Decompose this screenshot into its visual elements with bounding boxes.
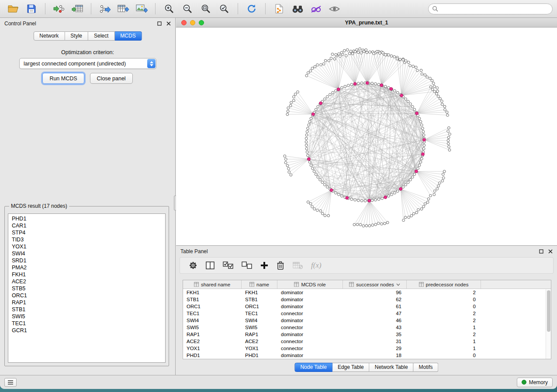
export-table-button[interactable] (114, 2, 132, 16)
mcds-result-item[interactable]: STP4 (8, 229, 165, 236)
network-node[interactable] (287, 107, 290, 110)
network-node[interactable] (307, 201, 309, 203)
network-node[interactable] (444, 108, 446, 111)
tab-motifs[interactable]: Motifs (414, 363, 439, 372)
zoom-fit-button[interactable] (197, 2, 214, 16)
network-node[interactable] (364, 199, 367, 202)
network-node[interactable] (415, 211, 418, 214)
network-node[interactable] (422, 127, 424, 130)
network-hub-node[interactable] (380, 84, 383, 87)
network-node[interactable] (441, 180, 444, 182)
network-canvas[interactable] (176, 28, 557, 245)
network-node[interactable] (350, 83, 353, 86)
network-node[interactable] (362, 225, 365, 227)
network-node[interactable] (396, 58, 398, 60)
float-panel-icon[interactable] (157, 21, 162, 26)
network-hub-node[interactable] (368, 199, 371, 202)
network-node[interactable] (368, 224, 371, 227)
network-hub-node[interactable] (415, 112, 419, 115)
network-node[interactable] (365, 224, 368, 227)
network-hub-node[interactable] (337, 88, 340, 91)
column-header-MCDS-role[interactable]: MCDS role (277, 280, 343, 289)
column-header-shared-name[interactable]: shared name (183, 280, 242, 289)
network-node[interactable] (326, 186, 329, 189)
network-node[interactable] (402, 219, 405, 222)
window-minimize-icon[interactable] (190, 20, 195, 25)
tab-node-table[interactable]: Node Table (294, 363, 332, 372)
network-svg[interactable] (176, 28, 557, 245)
network-node[interactable] (305, 134, 308, 136)
network-node[interactable] (305, 148, 308, 150)
network-hub-node[interactable] (422, 153, 425, 156)
network-node[interactable] (419, 161, 422, 163)
mcds-result-item[interactable]: SWI5 (8, 313, 165, 320)
network-node[interactable] (422, 148, 425, 150)
network-node[interactable] (307, 154, 309, 157)
network-node[interactable] (413, 108, 416, 111)
network-node[interactable] (407, 61, 410, 64)
network-node[interactable] (366, 51, 368, 54)
network-node[interactable] (293, 96, 295, 98)
network-node[interactable] (396, 190, 399, 193)
mcds-result-list[interactable]: PHD1CAR1STP4TID3YOX1SWI4SRD1PMA2FKH1ACE2… (8, 213, 166, 363)
network-node[interactable] (412, 213, 415, 215)
network-node[interactable] (433, 90, 436, 93)
run-mcds-button[interactable]: Run MCDS (42, 73, 84, 84)
network-node[interactable] (305, 141, 308, 143)
select-all-button[interactable] (223, 261, 233, 269)
network-node[interactable] (286, 165, 289, 167)
network-node[interactable] (330, 57, 332, 60)
network-node[interactable] (359, 224, 362, 226)
mcds-result-item[interactable]: YOX1 (8, 243, 165, 250)
network-node[interactable] (305, 137, 308, 140)
tab-style[interactable]: Style (65, 31, 88, 41)
network-node[interactable] (289, 104, 292, 107)
network-hub-node[interactable] (399, 187, 402, 190)
window-close-icon[interactable] (181, 20, 187, 25)
tab-select[interactable]: Select (88, 31, 114, 41)
mcds-result-item[interactable]: TEC1 (8, 320, 165, 327)
network-node[interactable] (357, 51, 360, 54)
network-node[interactable] (371, 199, 374, 202)
network-node[interactable] (449, 133, 451, 135)
mcds-result-item[interactable]: PHD1 (8, 215, 165, 222)
network-node[interactable] (319, 210, 322, 212)
show-columns-button[interactable] (206, 261, 214, 269)
network-node[interactable] (357, 199, 360, 202)
network-node[interactable] (343, 49, 346, 52)
search-network-button[interactable] (289, 2, 306, 16)
network-node[interactable] (405, 98, 407, 100)
network-node[interactable] (436, 87, 439, 89)
network-node[interactable] (374, 199, 377, 201)
network-node[interactable] (405, 60, 407, 62)
network-node[interactable] (335, 89, 337, 92)
network-node[interactable] (409, 64, 412, 67)
mcds-result-item[interactable]: GCR1 (8, 327, 165, 334)
network-hub-node[interactable] (330, 189, 333, 192)
network-hub-node[interactable] (415, 170, 418, 173)
save-session-button[interactable] (23, 2, 40, 16)
table-row[interactable]: RAP1RAP1dominator352 (183, 331, 551, 338)
network-node[interactable] (408, 216, 410, 219)
network-node[interactable] (329, 93, 332, 96)
mcds-result-item[interactable]: ORC1 (8, 292, 165, 299)
network-node[interactable] (418, 164, 421, 167)
network-node[interactable] (340, 52, 343, 54)
table-row[interactable]: ACE2ACE2connector311 (183, 338, 551, 345)
network-node[interactable] (374, 83, 377, 85)
network-node[interactable] (448, 149, 451, 151)
network-node[interactable] (422, 134, 425, 136)
tab-mcds[interactable]: MCDS (114, 31, 142, 41)
network-node[interactable] (439, 97, 442, 100)
network-node[interactable] (387, 195, 390, 197)
tab-edge-table[interactable]: Edge Table (332, 363, 370, 372)
network-node[interactable] (288, 171, 291, 173)
network-node[interactable] (360, 199, 363, 202)
network-node[interactable] (305, 75, 308, 77)
network-node[interactable] (322, 63, 325, 65)
network-node[interactable] (327, 214, 330, 217)
network-node[interactable] (429, 86, 432, 88)
network-node[interactable] (313, 170, 315, 173)
network-node[interactable] (424, 203, 426, 205)
network-node[interactable] (407, 100, 409, 103)
